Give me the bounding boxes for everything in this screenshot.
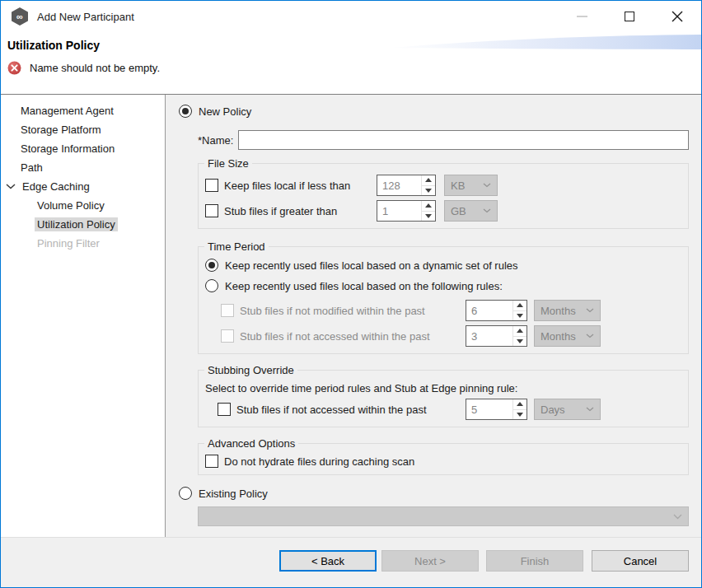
not-accessed-checkbox [221,329,234,343]
stubbing-override-group: Stubbing Override Select to override tim… [198,364,689,427]
spinner-up-icon[interactable] [422,175,435,185]
keep-files-local-unit-dropdown: KB [444,175,498,196]
spinner-up-icon [513,326,526,336]
stubbing-override-legend: Stubbing Override [204,364,297,376]
dynamic-rules-radio-row: Keep recently used files local based on … [205,259,681,272]
chevron-down-icon [673,514,682,520]
time-period-group: Time Period Keep recently used files loc… [198,240,689,354]
keep-files-local-row: Keep files local if less than 128 KB [205,175,681,196]
error-circle-x-icon [7,61,21,75]
spinner-down-icon [513,409,526,420]
existing-policy-label: Existing Policy [199,488,268,500]
not-modified-checkbox [221,304,234,317]
not-modified-value-spinner: 6 [466,300,527,321]
do-not-hydrate-checkbox[interactable] [205,455,218,468]
app-hexagon-infinity-icon: ∞ [11,7,29,26]
override-value-spinner: 5 [466,399,527,420]
following-rules-radio-row: Keep recently used files local based on … [205,279,681,292]
finish-button: Finish [486,550,583,572]
wizard-body: Management Agent Storage Platform Storag… [1,95,701,537]
chevron-down-icon [586,334,594,338]
window-controls [558,1,701,32]
chevron-down-icon [483,208,491,213]
sidebar-item-storage-information[interactable]: Storage Information [1,139,165,158]
spinner-up-icon [513,301,526,310]
stub-files-greater-checkbox[interactable] [205,204,218,217]
close-icon [672,11,683,22]
spinner-down-icon [513,310,526,321]
new-policy-radio[interactable] [179,105,192,118]
sidebar-item-pinning-filter: Pinning Filter [1,234,165,253]
existing-policy-radio[interactable] [179,487,192,500]
wizard-header: Utilization Policy Name should not be em… [1,32,701,95]
next-button: Next > [381,550,479,572]
validation-error-row: Name should not be empty. [7,61,701,75]
do-not-hydrate-row: Do not hydrate files during caching scan [205,455,681,468]
sidebar-item-utilization-policy[interactable]: Utilization Policy [1,215,165,234]
not-accessed-value-spinner: 3 [466,325,527,347]
svg-text:∞: ∞ [16,12,23,21]
close-button[interactable] [653,1,701,32]
title-bar: ∞ Add New Participant [1,1,701,32]
spinner-down-icon[interactable] [422,185,435,196]
chevron-down-icon[interactable] [6,184,16,189]
dynamic-rules-radio[interactable] [205,259,218,272]
file-size-legend: File Size [204,157,252,170]
name-label: *Name: [198,134,233,147]
wizard-footer: < Back Next > Finish Cancel [1,537,701,587]
keep-files-local-size-spinner[interactable]: 128 [377,175,436,196]
minimize-button[interactable] [558,1,606,32]
wizard-step-sidebar: Management Agent Storage Platform Storag… [1,95,166,537]
sidebar-item-edge-caching[interactable]: Edge Caching [1,177,165,196]
maximize-button[interactable] [606,1,653,32]
chevron-down-icon [586,407,594,412]
time-period-legend: Time Period [204,240,269,253]
file-size-group: File Size Keep files local if less than … [198,157,689,229]
advanced-options-legend: Advanced Options [204,437,298,450]
maximize-icon [625,12,634,21]
sidebar-item-management-agent[interactable]: Management Agent [1,101,165,120]
minimize-icon [577,16,587,17]
not-modified-row: Stub files if not modified within the pa… [205,300,681,321]
spinner-down-icon [513,336,526,347]
override-not-accessed-checkbox[interactable] [218,403,231,416]
not-accessed-row: Stub files if not accessed within the pa… [205,325,681,347]
add-new-participant-dialog: ∞ Add New Participant [0,0,702,588]
chevron-down-icon [483,183,491,188]
utilization-policy-page: New Policy *Name: File Size Keep files l… [166,95,701,537]
existing-policy-dropdown [198,506,689,526]
policy-name-input[interactable] [238,130,689,150]
page-title: Utilization Policy [7,39,701,52]
existing-policy-radio-row: Existing Policy [179,487,689,500]
stub-files-greater-size-spinner[interactable]: 1 [377,200,436,222]
spinner-up-icon [513,399,526,409]
error-message: Name should not be empty. [30,62,160,74]
spinner-up-icon[interactable] [422,201,435,211]
sidebar-item-storage-platform[interactable]: Storage Platform [1,120,165,139]
following-rules-radio[interactable] [205,279,218,292]
back-button[interactable]: < Back [279,550,377,572]
window-title: Add New Participant [37,11,134,23]
override-unit-dropdown: Days [534,399,601,420]
not-modified-unit-dropdown: Months [534,300,601,321]
stubbing-override-description: Select to override time period rules and… [205,382,681,394]
chevron-down-icon [586,308,594,313]
advanced-options-group: Advanced Options Do not hydrate files du… [198,437,689,475]
keep-files-local-checkbox[interactable] [205,179,218,192]
sidebar-item-path[interactable]: Path [1,158,165,177]
new-policy-radio-row: New Policy [179,105,689,118]
cancel-button[interactable]: Cancel [592,550,689,572]
stub-files-greater-row: Stub files if greater than 1 GB [205,200,681,222]
stub-files-greater-unit-dropdown: GB [444,200,498,222]
name-field-row: *Name: [198,130,689,150]
new-policy-label: New Policy [199,105,251,118]
sidebar-item-volume-policy[interactable]: Volume Policy [1,196,165,215]
spinner-down-icon[interactable] [422,211,435,222]
not-accessed-unit-dropdown: Months [534,325,601,347]
override-not-accessed-row: Stub files if not accessed within the pa… [205,399,681,420]
